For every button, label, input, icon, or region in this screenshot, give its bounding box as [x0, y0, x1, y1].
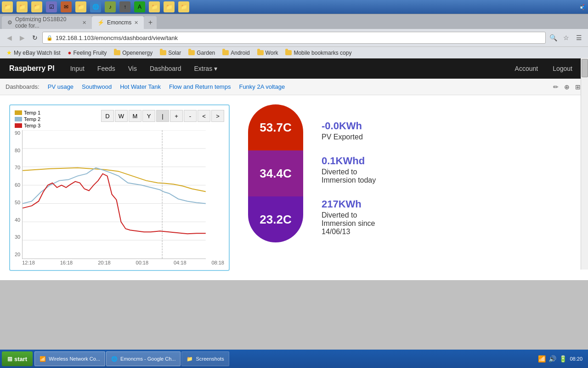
bookmark-work[interactable]: Work	[254, 49, 281, 57]
edit-icon[interactable]: ✏	[551, 82, 560, 92]
browser-toolbar: ◀ ▶ ↻ 🔒 192.168.1.103/emoncms/dashboard/…	[0, 29, 588, 46]
taskbar-top-icon-6[interactable]: 📁	[75, 1, 86, 12]
taskbar-top-icon-9[interactable]: ↑	[119, 1, 130, 12]
tab-close-2[interactable]: ✕	[134, 20, 138, 26]
x-axis: 12:18 16:18 20:18 00:18 04:18 08:18	[22, 259, 224, 265]
bookmark-android[interactable]: Android	[220, 49, 252, 57]
bookmark-openenergy[interactable]: Openenergy	[111, 49, 155, 57]
forward-button[interactable]: ▶	[17, 32, 28, 43]
sub-nav-pv-usage[interactable]: PV usage	[44, 81, 77, 92]
bookmark-work-label: Work	[266, 50, 278, 56]
scrollbar-track[interactable]	[581, 58, 588, 270]
tab-close-1[interactable]: ✕	[82, 20, 86, 26]
start-button[interactable]: ⊞ start	[2, 351, 33, 366]
sub-nav-hot-water[interactable]: Hot Water Tank	[116, 81, 164, 92]
sub-nav-flow-return[interactable]: Flow and Return temps	[165, 81, 234, 92]
browser-tab-1[interactable]: ⚙ Optimizing DS18B20 code for... ✕	[2, 16, 92, 29]
refresh-button[interactable]: ↻	[29, 32, 40, 43]
chart-btn-W[interactable]: W	[115, 110, 128, 122]
search-button[interactable]: 🔍	[548, 32, 559, 43]
taskbar-app-screenshots[interactable]: 📁 Screenshots	[181, 351, 229, 366]
back-button[interactable]: ◀	[4, 32, 15, 43]
taskbar-top-icon-11[interactable]: 📁	[149, 1, 160, 12]
chart-btn-M[interactable]: M	[129, 110, 141, 122]
chart-legend: Temp 1 Temp 2 Temp 3	[15, 110, 47, 128]
chart-btn-Y[interactable]: Y	[142, 110, 155, 122]
y-label-60: 60	[15, 182, 20, 188]
nav-right: Account Logout	[509, 58, 579, 79]
nav-logout[interactable]: Logout	[546, 58, 579, 79]
chart-svg	[22, 130, 206, 259]
taskbar-top-icon-5[interactable]: ✉	[61, 1, 72, 12]
stat-diverted-since-value: 217KWh	[322, 198, 376, 210]
bookmark-solar[interactable]: Solar	[157, 49, 184, 57]
browser-tab-2[interactable]: ⚡ Emoncms ✕	[92, 16, 144, 29]
taskbar-apps: 📶 Wireless Network Co... 🌐 Emoncms - Goo…	[34, 351, 532, 366]
bookmark-garden[interactable]: Garden	[186, 49, 218, 57]
bookmark-mobile[interactable]: Mobile bookmarks copy	[283, 49, 354, 57]
y-label-50: 50	[15, 200, 20, 205]
chart-btn-next[interactable]: >	[211, 110, 224, 122]
nav-extras[interactable]: Extras ▾	[187, 58, 224, 79]
taskbar-top-icon-13[interactable]: 📁	[178, 1, 189, 12]
bookmark-ebay[interactable]: ★ My eBay Watch list	[4, 48, 63, 57]
app-brand[interactable]: Raspberry PI	[9, 64, 55, 73]
chart-btn-prev[interactable]: <	[198, 110, 210, 122]
scrollbar-thumb[interactable]	[582, 59, 588, 77]
browser-tabs: ⚙ Optimizing DS18B20 code for... ✕ ⚡ Emo…	[0, 14, 588, 29]
new-tab-button[interactable]: +	[144, 16, 157, 29]
bookmark-fruity[interactable]: ● Feeling Fruity	[65, 48, 110, 57]
main-content: Temp 1 Temp 2 Temp 3 D W M Y | + -	[0, 95, 588, 280]
x-label-2018: 20:18	[98, 260, 111, 265]
stat-diverted-since-label: Diverted toImmersion since14/06/13	[322, 211, 376, 236]
bookmark-folder-icon-5	[257, 50, 264, 55]
address-lock-icon: 🔒	[46, 35, 53, 41]
browser-frame: ⚙ Optimizing DS18B20 code for... ✕ ⚡ Emo…	[0, 14, 588, 58]
taskbar-top-icon-10[interactable]: A	[134, 1, 145, 12]
nav-input[interactable]: Input	[64, 58, 91, 79]
legend-label-3: Temp 3	[24, 123, 40, 128]
address-bar[interactable]: 🔒 192.168.1.103/emoncms/dashboard/view/t…	[42, 32, 546, 44]
stat-diverted-today: 0.1KWhd Diverted toImmersion today	[322, 155, 376, 184]
bookmark-mobile-label: Mobile bookmarks copy	[294, 50, 351, 56]
taskbar-app-emoncms-icon: 🌐	[111, 356, 118, 362]
chart-btn-plus[interactable]: +	[170, 110, 183, 122]
stat-pv-exported-label: PV Exported	[322, 133, 376, 141]
taskbar-app-wireless[interactable]: 📶 Wireless Network Co...	[34, 351, 105, 366]
address-text: 192.168.1.103/emoncms/dashboard/view/tan…	[56, 34, 178, 41]
tank-section: 53.7C 34.4C 23.2C -0.0KWh PV Exported 0.…	[248, 104, 376, 242]
stat-diverted-today-value: 0.1KWhd	[322, 155, 376, 167]
windows-taskbar-top: 📁 📁 📁 ☑ ✉ 📁 🌐 ♪ ↑ A 📁 📁 📁 📬	[0, 0, 588, 14]
stat-diverted-today-label: Diverted toImmersion today	[322, 168, 376, 184]
sub-nav-southwood[interactable]: Southwood	[78, 81, 115, 92]
thermo-top: 53.7C	[248, 104, 303, 150]
sub-nav-funky[interactable]: Funky 2A voltage	[235, 81, 288, 92]
add-icon[interactable]: ⊕	[562, 82, 571, 92]
taskbar-top-icon-12[interactable]: 📁	[164, 1, 175, 12]
nav-feeds[interactable]: Feeds	[91, 58, 122, 79]
menu-button[interactable]: ☰	[573, 32, 584, 43]
tab-label-1: Optimizing DS18B20 code for...	[15, 16, 79, 29]
taskbar-app-screenshots-label: Screenshots	[196, 356, 224, 362]
x-label-0418: 04:18	[174, 260, 187, 265]
nav-account[interactable]: Account	[509, 58, 545, 79]
nav-dashboard[interactable]: Dashboard	[143, 58, 188, 79]
taskbar-app-emoncms[interactable]: 🌐 Emoncms - Google Ch...	[106, 351, 181, 366]
tab-label-2: Emoncms	[107, 19, 131, 26]
chart-controls: D W M Y | + - < >	[51, 110, 224, 122]
bookmark-star-button[interactable]: ☆	[560, 32, 571, 43]
taskbar-app-emoncms-label: Emoncms - Google Ch...	[120, 356, 175, 362]
taskbar-top-icon-7[interactable]: 🌐	[90, 1, 101, 12]
taskbar-top-icon-8[interactable]: ♪	[105, 1, 116, 12]
chart-btn-D[interactable]: D	[101, 110, 114, 122]
y-label-90: 90	[15, 130, 20, 136]
chart-btn-minus[interactable]: -	[184, 110, 197, 122]
chart-btn-sep: |	[156, 110, 169, 122]
taskbar-top-icon-2[interactable]: 📁	[17, 1, 28, 12]
taskbar-top-icon-3[interactable]: 📁	[31, 1, 42, 12]
nav-vis[interactable]: Vis	[122, 58, 143, 79]
sub-nav-label: Dashboards:	[6, 83, 40, 90]
taskbar-top-icon[interactable]: 📁	[2, 1, 13, 12]
bookmark-ebay-label: My eBay Watch list	[14, 50, 61, 56]
taskbar-top-icon-4[interactable]: ☑	[46, 1, 57, 12]
